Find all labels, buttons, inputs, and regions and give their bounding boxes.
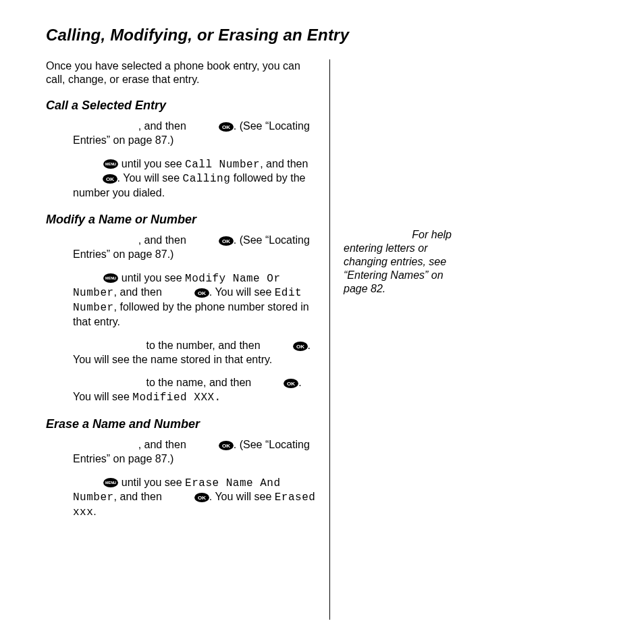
text: . (See “Locating Entries” on page 87.) xyxy=(73,120,310,146)
svg-text:OK: OK xyxy=(198,290,206,296)
menu-icon: MENU xyxy=(103,159,118,169)
svg-text:OK: OK xyxy=(198,495,206,501)
svg-text:MENU: MENU xyxy=(105,162,116,166)
ok-icon: OK xyxy=(219,441,234,450)
ok-icon: OK xyxy=(293,342,308,351)
svg-text:OK: OK xyxy=(296,343,304,349)
ok-icon: OK xyxy=(194,288,209,298)
text: , and then xyxy=(138,120,190,132)
column-divider xyxy=(329,59,330,620)
text: until you see xyxy=(118,272,185,284)
ok-icon: OK xyxy=(219,122,234,132)
text: to the number, and then xyxy=(143,340,263,351)
two-column-layout: Once you have selected a phone book entr… xyxy=(46,59,600,620)
text: , and then xyxy=(260,158,308,169)
text: , and then xyxy=(138,234,190,246)
text: . xyxy=(93,506,96,517)
ok-icon: OK xyxy=(219,236,234,246)
svg-text:MENU: MENU xyxy=(105,276,116,280)
text: . You will see xyxy=(117,172,183,184)
svg-text:OK: OK xyxy=(222,442,230,448)
call-step-1: Scroll to entry, and then press OK. (See… xyxy=(46,119,316,148)
erase-step-2: Press MENU until you see Erase Name And … xyxy=(46,476,316,520)
svg-text:OK: OK xyxy=(222,124,230,130)
intro-paragraph: Once you have selected a phone book entr… xyxy=(46,59,316,86)
ok-icon: OK xyxy=(103,174,117,184)
menu-icon: MENU xyxy=(103,273,118,283)
text: to the name, and then xyxy=(143,377,254,388)
code-text: Calling xyxy=(183,173,231,185)
text: . (See “Locating Entries” on page 87.) xyxy=(73,234,310,260)
text: , and then xyxy=(138,439,190,450)
heading-erase: Erase a Name and Number xyxy=(46,417,316,431)
modify-step-2: Press MENU until you see Modify Name Or … xyxy=(46,271,316,329)
svg-text:OK: OK xyxy=(222,238,230,244)
text: . You will see xyxy=(209,491,275,502)
modify-step-4: Make changes to the name, and then press… xyxy=(46,376,316,405)
code-text: Call Number xyxy=(185,159,260,171)
main-column: Once you have selected a phone book entr… xyxy=(46,59,329,620)
erase-step-1: Scroll to entry, and then press OK. (See… xyxy=(46,438,316,466)
sidenote-line1: For help xyxy=(344,228,452,242)
modify-step-3: Make changes to the number, and then pre… xyxy=(46,339,316,367)
heading-call: Call a Selected Entry xyxy=(46,99,316,113)
text: . You will see xyxy=(209,286,275,298)
sidenote-column: For help entering letters or changing en… xyxy=(336,59,452,620)
ok-icon: OK xyxy=(284,379,298,388)
text: until you see xyxy=(118,477,185,488)
call-step-2: Press MENU until you see Call Number, an… xyxy=(46,157,316,200)
text: , and then xyxy=(114,491,165,502)
heading-modify: Modify a Name or Number xyxy=(46,213,316,227)
modify-step-1: Scroll to entry, and then press OK. (See… xyxy=(46,234,316,262)
code-text: Modified XXX. xyxy=(132,392,221,404)
svg-text:OK: OK xyxy=(287,381,295,387)
ok-icon: OK xyxy=(194,493,209,502)
svg-text:MENU: MENU xyxy=(105,481,116,485)
text: . (See “Locating Entries” on page 87.) xyxy=(73,439,310,464)
sidenote-rest: entering letters or changing entries, se… xyxy=(344,242,452,296)
text: until you see xyxy=(118,158,185,169)
svg-text:OK: OK xyxy=(106,176,114,182)
page-title: Calling, Modifying, or Erasing an Entry xyxy=(46,26,600,45)
menu-icon: MENU xyxy=(103,478,118,487)
text: , and then xyxy=(114,286,165,298)
